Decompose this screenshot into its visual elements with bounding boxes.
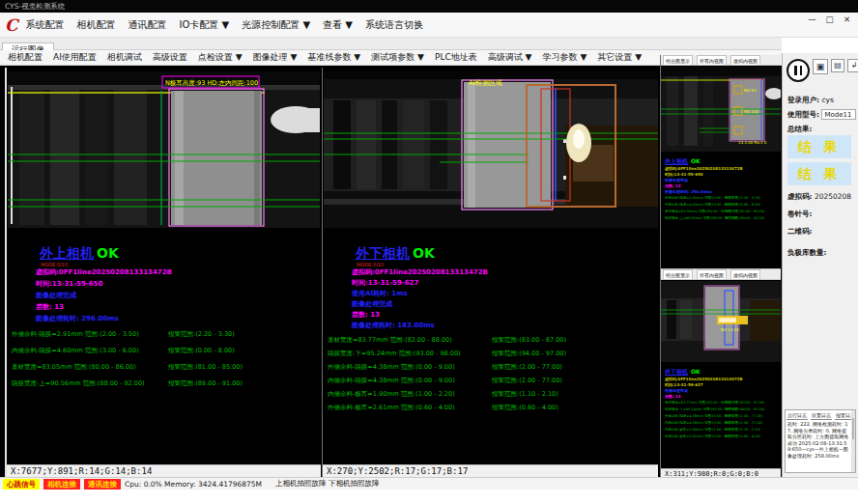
small-top-text: 外上相机OK 虚拟码:0FF1line2025020813313472B 时间:… <box>665 157 780 222</box>
measurement-row-col1: 内侧余料-隔膜=4.60mm 范围:(3.00 - 6.00) <box>12 343 168 359</box>
menu-item[interactable]: 系统语言切换 <box>365 18 423 32</box>
mini-measurement-row-col2: 报警范围:(89.00 - 91.00) <box>725 215 764 222</box>
measurement-row: 基材宽度=83.77mm 范围:(82.00 - 88.00)报警范围:(83.… <box>328 333 656 347</box>
small-bottom-image[interactable]: NG 13 00 <box>661 281 781 362</box>
measurement-row: 隔膜宽度-下=95.24mm 范围:(93.00 - 98.00)报警范围:(9… <box>328 347 656 360</box>
toolbar-button[interactable]: 相机配置 <box>8 51 43 64</box>
grid-button[interactable]: ▤ <box>831 59 844 72</box>
minimize-icon[interactable]: — <box>805 14 819 26</box>
middle-measurements: 基材宽度=83.77mm 范围:(82.00 - 88.00)报警范围:(83.… <box>328 333 656 414</box>
toolbar-button[interactable]: 高级设置 <box>153 51 187 64</box>
measurement-row-col1: 基材宽度=83.05mm 范围:(80.00 - 86.00) <box>12 359 168 376</box>
small-bottom-camera-status: OK <box>691 368 701 375</box>
right-panel-buttons: ▣ ▤ ↲ <box>786 59 858 82</box>
menu-item[interactable]: 查看 ▼ <box>323 18 353 32</box>
log-tab[interactable]: 设置日志 <box>811 411 832 420</box>
cpu-memory-text: Cpu: 0.0% Memory: 3424.41796875M <box>125 480 262 489</box>
toolbar-button[interactable]: AI使用配置 <box>53 51 97 64</box>
log-scrollbar[interactable] <box>851 410 855 472</box>
menu-item[interactable]: 系统配置 <box>26 18 65 32</box>
login-user-label: 登录用户: <box>787 96 819 104</box>
toolbar-button[interactable]: 高级调试 ▼ <box>488 51 532 64</box>
comm-connection-badge: 通讯连接 <box>84 479 121 490</box>
mini-measurement-row-col1: 内侧余料-隔膜=4.38mm 范围:(0.00 - 9.00) <box>665 420 725 427</box>
left-layers: 层数: 13 <box>36 302 64 312</box>
left-camera-name: 外上相机 <box>40 245 94 261</box>
log-box: 运行日志设置日志报警日志 耗时: 222, 网络检测耗时: 17, 网络分类耗时… <box>785 409 856 473</box>
menu-item[interactable]: 相机配置 <box>77 18 116 32</box>
mini-measurement-row-col1: 基材宽度=83.05mm 范围:(80.00 - 86.00) <box>665 209 725 215</box>
log-tabs: 运行日志设置日志报警日志 <box>786 410 855 420</box>
middle-barcode: 虚拟码:0FF1line2025020813313472B <box>352 267 488 277</box>
left-camera-image[interactable]: N极耳高度:93 HD:左内间距:100 <box>8 71 320 228</box>
toolbar-button[interactable]: 学习参数 ▼ <box>543 51 587 64</box>
return-button[interactable]: ↲ <box>847 59 858 72</box>
camera-lock-button[interactable]: ▣ <box>813 59 828 74</box>
toolbar-button[interactable]: 相机调试 <box>107 51 142 64</box>
measurement-row-col1: 内侧余料-极耳=1.90mm 范围:(1.00 - 2.20) <box>328 387 492 401</box>
toolbar-button[interactable]: PLC地址表 <box>435 51 477 64</box>
small-view-tab[interactable]: 虚拟内视图 <box>730 55 760 65</box>
middle-camera-image[interactable]: AI检测区域 <box>324 71 658 228</box>
measurement-row: 内侧余料-极耳=1.90mm 范围:(1.00 - 2.20)报警范围:(1.1… <box>328 387 656 401</box>
small-view-tab[interactable]: 组合图显示 <box>663 55 693 65</box>
maximize-icon[interactable]: □ <box>822 14 837 26</box>
measurement-row-col2: 报警范围:(89.00 - 91.00) <box>168 376 243 392</box>
mini-measurement-row-col2: 报警范围:(0.60 - 4.00) <box>725 434 760 440</box>
log-text: 耗时: 222, 网络检测耗时: 17, 网络分类耗时: 0, 网络提取分区耗时… <box>786 420 855 460</box>
toolbar-button[interactable]: 其它设置 ▼ <box>597 51 642 64</box>
measurement-row: 外侧余料-隔膜=2.91mm 范围:(2.00 - 3.50)报警范围:(2.2… <box>12 326 319 343</box>
menu-items: 系统配置相机配置通讯配置IO卡配置 ▼光源控制配置 ▼查看 ▼系统语言切换 <box>26 18 423 32</box>
toolbar-button[interactable]: 点检设置 ▼ <box>198 51 243 64</box>
mini-measurement-row-col2: 报警范围:(83.00 - 87.00) <box>725 400 764 406</box>
model-row: 使用型号: Mode11 <box>787 109 856 120</box>
middle-process-done: 图像处理完成 <box>352 299 392 309</box>
toolbar-button[interactable]: 图像处理 ▼ <box>253 51 298 64</box>
measurement-row-col1: 基材宽度=83.77mm 范围:(82.00 - 88.00) <box>328 333 492 347</box>
tab-row: 运行图像 <box>0 38 782 50</box>
mini-measurement-row-col1: 基材宽度=83.77mm 范围:(82.00 - 88.00) <box>665 400 725 406</box>
svg-text:NG 13 00: NG 13 00 <box>721 327 739 332</box>
small-view-tab[interactable]: 组合图显示 <box>663 269 693 279</box>
menu-item[interactable]: 通讯配置 <box>129 18 167 32</box>
measurement-row: 内侧余料-隔膜=4.60mm 范围:(3.00 - 6.00)报警范围:(0.0… <box>12 343 319 359</box>
menu-item[interactable]: IO卡配置 ▼ <box>180 18 230 32</box>
small-view-tab[interactable]: 虚拟内视图 <box>730 269 760 279</box>
mini-measurement-row-col2: 报警范围:(2.00 - 77.00) <box>725 413 762 420</box>
model-value-field[interactable]: Mode11 <box>821 109 856 120</box>
small-view-tab[interactable]: 所有内视图 <box>697 55 727 65</box>
stock-count-label: 负极库数量: <box>787 248 827 258</box>
camera-icon: ▣ <box>816 62 825 71</box>
left-process-done: 图像处理完成 <box>36 291 76 300</box>
toolbar-button[interactable]: 基准线参数 ▼ <box>307 51 360 64</box>
measurement-row-col1: 外侧余料-极耳=2.61mm 范围:(0.60 - 4.00) <box>328 401 492 414</box>
menu-item[interactable]: 光源控制配置 ▼ <box>242 18 310 32</box>
camera-fault-text: 上相机拍照故障 下相机拍照故障 <box>275 479 379 489</box>
small-view-top: 组合图显示所有内视图虚拟内视图 NG 93 HD 100 <box>660 55 781 279</box>
measurement-row-col1: 外侧余料-隔膜=2.91mm 范围:(2.00 - 3.50) <box>12 326 168 343</box>
middle-camera-status: OK <box>413 245 435 261</box>
result-box-lower: 结 果 <box>787 162 851 185</box>
log-tab[interactable]: 运行日志 <box>786 411 808 420</box>
pause-button[interactable] <box>786 59 810 82</box>
measurement-row-col2: 报警范围:(94.00 - 97.00) <box>492 347 566 360</box>
measurement-row-col2: 报警范围:(1.10 - 2.10) <box>492 387 558 401</box>
measurement-row-col2: 报警范围:(2.00 - 77.00) <box>492 360 562 374</box>
measurement-row: 内侧余料-隔膜=4.38mm 范围:(0.00 - 9.00)报警范围:(2.0… <box>328 374 656 387</box>
left-overlay-text: N极耳高度:93 HD:左内间距:100 <box>165 79 258 87</box>
toolbar-button[interactable]: 测试项参数 ▼ <box>371 51 424 64</box>
small-top-image[interactable]: NG 93 HD 100 13.3.00 Ra:1 0 <box>661 67 781 152</box>
mini-measurement-row-col1: 外侧余料-隔膜=2.91mm 范围:(2.00 - 3.50) <box>665 195 725 202</box>
small-view-tab[interactable]: 所有内视图 <box>697 269 727 279</box>
status-bar: 心跳信号 相机连接 通讯连接 Cpu: 0.0% Memory: 3424.41… <box>0 477 858 490</box>
mini-measurement-row: 基材宽度=83.77mm 范围:(82.00 - 88.00)报警范围:(83.… <box>665 400 780 406</box>
measurement-row-col2: 报警范围:(0.60 - 4.00) <box>492 401 558 414</box>
measurement-row: 基材宽度=83.05mm 范围:(80.00 - 86.00)报警范围:(81.… <box>12 359 319 376</box>
svg-text:NG 93: NG 93 <box>744 88 757 93</box>
mini-measurement-row-col1: 内侧余料-极耳=1.90mm 范围:(1.00 - 2.20) <box>665 427 725 434</box>
camera-connection-badge: 相机连接 <box>43 479 80 490</box>
mini-measurement-row-col1: 外侧余料-极耳=2.61mm 范围:(0.60 - 4.00) <box>665 434 725 440</box>
small-top-tabs: 组合图显示所有内视图虚拟内视图 <box>661 55 781 66</box>
close-icon[interactable]: ✕ <box>840 14 854 26</box>
mini-measurement-row-col2: 报警范围:(94.00 - 97.00) <box>725 406 764 413</box>
